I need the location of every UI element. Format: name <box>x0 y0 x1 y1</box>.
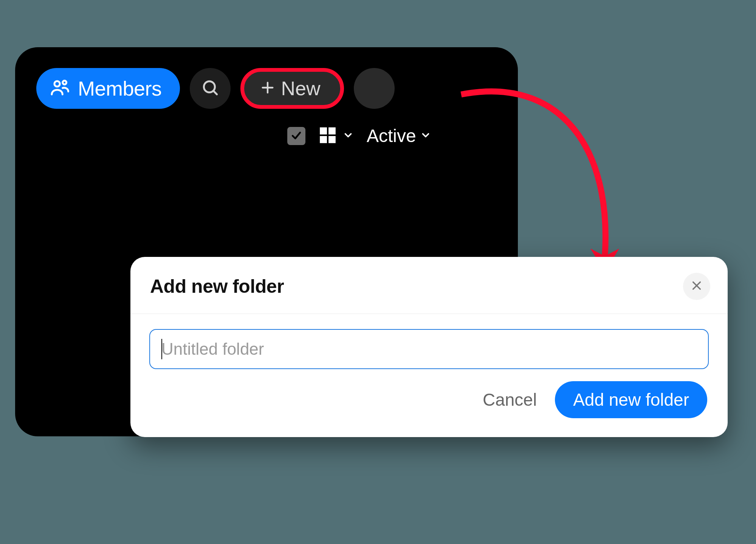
search-icon <box>201 78 220 99</box>
new-label: New <box>281 77 321 100</box>
toolbar: Members New <box>15 68 518 109</box>
chevron-down-icon <box>342 130 354 142</box>
svg-rect-6 <box>320 127 327 134</box>
modal-body <box>130 314 728 381</box>
svg-line-3 <box>213 91 217 94</box>
text-caret <box>161 339 162 359</box>
close-button[interactable] <box>683 273 710 300</box>
status-filter[interactable]: Active <box>367 125 431 146</box>
members-label: Members <box>78 77 162 100</box>
stage: Members New <box>0 0 756 544</box>
grid-icon <box>318 126 337 146</box>
svg-rect-7 <box>328 127 336 134</box>
new-button[interactable]: New <box>240 68 344 109</box>
modal-title: Add new folder <box>150 275 284 297</box>
submit-button[interactable]: Add new folder <box>555 381 707 418</box>
filter-label: Active <box>367 125 416 146</box>
folder-name-input[interactable] <box>149 329 709 369</box>
add-folder-modal: Add new folder Cancel Add new folder <box>130 257 728 437</box>
svg-point-1 <box>63 81 67 85</box>
view-mode-selector[interactable] <box>318 126 354 146</box>
members-button[interactable]: Members <box>36 68 180 109</box>
modal-header: Add new folder <box>130 257 728 314</box>
more-button[interactable] <box>354 68 395 109</box>
cancel-button[interactable]: Cancel <box>479 384 541 415</box>
chevron-down-icon <box>420 130 431 142</box>
modal-footer: Cancel Add new folder <box>130 381 728 437</box>
select-all-checkbox[interactable] <box>287 127 305 145</box>
subtoolbar: Active <box>15 125 518 146</box>
svg-rect-9 <box>328 136 336 143</box>
close-icon <box>691 280 703 293</box>
check-icon <box>290 129 303 143</box>
plus-icon <box>260 80 275 97</box>
svg-point-0 <box>54 81 60 87</box>
members-icon <box>50 77 70 99</box>
search-button[interactable] <box>190 68 231 109</box>
svg-rect-8 <box>320 136 327 143</box>
